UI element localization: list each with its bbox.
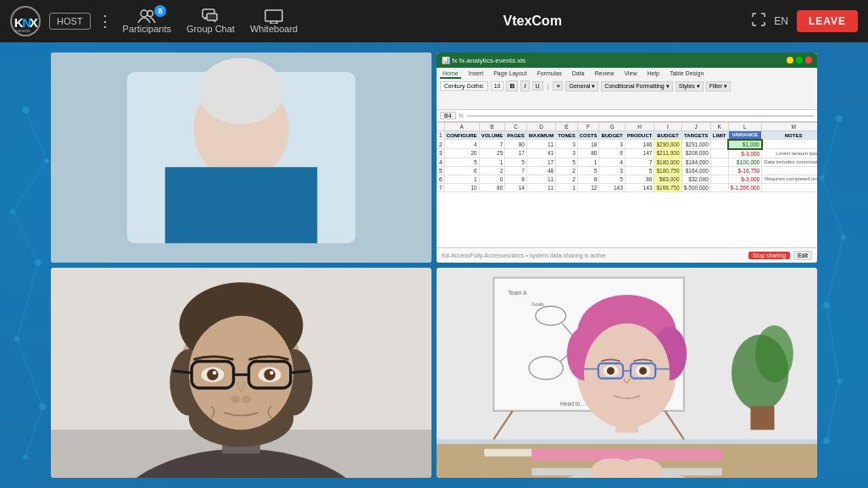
svg-point-126 bbox=[639, 367, 647, 374]
participants-badge: 8 bbox=[154, 5, 166, 17]
svg-rect-57 bbox=[247, 160, 265, 171]
sharing-path: Kd-AccessFully-Accesses/docs • system.da… bbox=[442, 252, 606, 258]
font-size[interactable]: 10 bbox=[491, 81, 504, 91]
tab-help[interactable]: Help bbox=[645, 69, 662, 79]
fullscreen-icon bbox=[752, 13, 765, 26]
svg-point-85 bbox=[242, 396, 252, 403]
nav-item-participants[interactable]: 8 Participants bbox=[123, 8, 171, 34]
tab-view[interactable]: View bbox=[621, 69, 639, 79]
svg-point-51 bbox=[265, 134, 294, 172]
col-A: A bbox=[444, 123, 479, 131]
header-bar: K N X connects HOST ⋮ 8 Participants bbox=[0, 0, 868, 42]
svg-rect-38 bbox=[51, 196, 431, 263]
conditional-format-btn[interactable]: Conditional Formatting ▾ bbox=[601, 81, 672, 92]
excel-titlebar: 📊 fx fx-analytics-events.xls bbox=[437, 53, 817, 68]
table-row: 2 4 7 80 11 3 18 3 146 $290,000 $291,000 bbox=[437, 140, 818, 149]
svg-rect-42 bbox=[131, 156, 150, 170]
formula-input[interactable] bbox=[467, 115, 814, 117]
col-K: K bbox=[710, 123, 728, 131]
video-cell-participant-3: Team A Goals Head to... bbox=[437, 268, 817, 478]
edit-button[interactable]: Edit bbox=[793, 251, 812, 260]
col-D: D bbox=[526, 123, 555, 131]
styles-btn[interactable]: Styles ▾ bbox=[676, 81, 704, 92]
cell-reference[interactable]: B4 bbox=[440, 112, 456, 119]
col-J: J bbox=[682, 123, 710, 131]
excel-sharing-bar: Kd-AccessFully-Accesses/docs • system.da… bbox=[437, 247, 817, 263]
header-volume: VOLUME bbox=[479, 131, 505, 140]
col-L: L bbox=[728, 123, 762, 131]
format-btn[interactable]: General ▾ bbox=[565, 81, 598, 92]
svg-point-81 bbox=[264, 369, 275, 380]
whiteboard-icon bbox=[264, 8, 283, 24]
tab-review[interactable]: Review bbox=[593, 69, 617, 79]
main-content: 📊 fx fx-analytics-events.xls Home Insert… bbox=[0, 42, 868, 488]
header-targets: TARGETS bbox=[682, 131, 710, 140]
participant-1-video bbox=[51, 53, 431, 263]
table-row: 4 5 1 5 17 5 1 4 7 $180,000 $184,000 bbox=[437, 158, 818, 166]
table-row: 7 10 80 14 11 1 12 143 143 $168,750 $-50 bbox=[437, 183, 818, 191]
sharing-controls: Stop sharing Edit bbox=[748, 251, 812, 260]
header-variance: VARIANCE bbox=[728, 131, 762, 140]
svg-rect-7 bbox=[207, 14, 217, 20]
col-E: E bbox=[556, 123, 578, 131]
svg-point-54 bbox=[223, 163, 229, 169]
tab-formulas[interactable]: Formulas bbox=[535, 69, 565, 79]
excel-sheet: A B C D E F G H I J K L bbox=[437, 122, 817, 247]
tab-data[interactable]: Data bbox=[570, 69, 587, 79]
svg-point-53 bbox=[252, 161, 263, 169]
header-budget2: BUDGET bbox=[654, 131, 682, 140]
tab-home[interactable]: Home bbox=[440, 69, 461, 79]
toolbar-separator: | bbox=[546, 83, 551, 89]
header-right-controls: EN LEAVE bbox=[752, 10, 858, 32]
excel-spreadsheet: 📊 fx fx-analytics-events.xls Home Insert… bbox=[437, 53, 817, 263]
host-badge[interactable]: HOST bbox=[49, 13, 91, 30]
tab-table-design[interactable]: Table Design bbox=[667, 69, 706, 79]
header-costs: COSTS bbox=[577, 131, 599, 140]
svg-point-84 bbox=[231, 396, 240, 403]
svg-point-80 bbox=[207, 369, 218, 380]
header-budget: BUDGET bbox=[599, 131, 625, 140]
meeting-title: VtexCom bbox=[313, 14, 752, 29]
align-left-btn[interactable]: ≡ bbox=[553, 81, 563, 91]
bold-btn[interactable]: B bbox=[506, 80, 518, 92]
font-selector[interactable]: Century Gothic bbox=[440, 81, 488, 91]
tab-page-layout[interactable]: Page Layout bbox=[491, 69, 529, 79]
participant-2-video bbox=[51, 268, 431, 478]
header-notes: NOTES bbox=[762, 131, 817, 140]
language-button[interactable]: EN bbox=[774, 15, 788, 27]
table-row: 3 20 25 17 41 3 80 6 147 $211,000 $208,0 bbox=[437, 149, 818, 158]
svg-point-104 bbox=[755, 325, 793, 382]
video-grid: 📊 fx fx-analytics-events.xls Home Insert… bbox=[0, 42, 868, 488]
col-B: B bbox=[479, 123, 505, 131]
svg-rect-36 bbox=[51, 53, 431, 263]
nav-item-whiteboard[interactable]: Whiteboard bbox=[250, 8, 298, 34]
italic-btn[interactable]: I bbox=[520, 80, 529, 92]
group-chat-label: Group Chat bbox=[186, 24, 235, 34]
svg-point-49 bbox=[196, 105, 287, 162]
tab-insert[interactable]: Insert bbox=[466, 69, 487, 79]
nav-item-group-chat[interactable]: Group Chat bbox=[186, 8, 235, 34]
svg-rect-56 bbox=[216, 160, 235, 171]
svg-rect-105 bbox=[750, 406, 774, 430]
svg-rect-8 bbox=[265, 10, 282, 21]
group-chat-icon bbox=[202, 8, 219, 24]
excel-ribbon-tabs: Home Insert Page Layout Formulas Data Re… bbox=[440, 69, 814, 79]
more-options-button[interactable]: ⋮ bbox=[97, 12, 113, 30]
header-row-num: 1 bbox=[437, 131, 445, 140]
table-row: 6 1 0 8 11 2 8 5 80 $63,000 $32,000 bbox=[437, 175, 818, 183]
maximize-icon bbox=[796, 57, 803, 64]
close-icon bbox=[805, 57, 812, 64]
svg-point-46 bbox=[127, 205, 355, 263]
participants-label: Participants bbox=[123, 24, 171, 34]
stop-sharing-button[interactable]: Stop sharing bbox=[748, 252, 790, 259]
col-H: H bbox=[625, 123, 654, 131]
svg-point-55 bbox=[255, 163, 261, 169]
svg-text:Goals: Goals bbox=[531, 302, 544, 307]
svg-rect-39 bbox=[80, 148, 175, 156]
col-G: G bbox=[599, 123, 625, 131]
fullscreen-button[interactable] bbox=[752, 13, 765, 30]
filter-btn[interactable]: Filter ▾ bbox=[706, 81, 732, 92]
underline-btn[interactable]: U bbox=[532, 81, 543, 91]
svg-rect-41 bbox=[103, 156, 122, 170]
leave-button[interactable]: LEAVE bbox=[797, 10, 858, 32]
